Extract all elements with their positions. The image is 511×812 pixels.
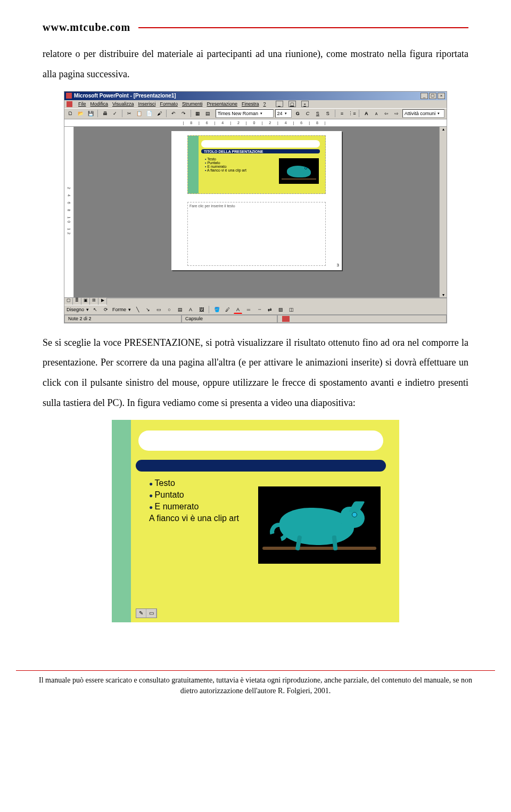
vertical-ruler: 2 4 6 8 10 12 [64,127,74,297]
slide-title: TITOLO DELLA PRESENTAZIONE [204,150,263,153]
horizontal-scrollbar[interactable] [107,298,447,305]
subtitle-bar [136,460,386,472]
paragraph-2: Se si sceglie la voce PRESENTAZIONE, si … [43,333,468,413]
font-combo[interactable]: Times New Roman [216,109,274,118]
close-button[interactable]: × [438,93,445,99]
doc-minimize[interactable]: _ [276,101,283,107]
menu-tools[interactable]: Strumenti [182,101,203,107]
slide-content-list: Testo Puntato E numerato A fianco vi è u… [149,478,239,525]
format-painter-icon[interactable]: 🖌 [155,109,164,118]
status-layout: Capsule [182,315,277,323]
dash-style-icon[interactable]: ┄ [255,305,263,314]
powerpoint-window: Microsoft PowerPoint - [Presentazione1] … [64,91,447,323]
menu-icon[interactable]: ▭ [146,609,156,618]
bullets-icon[interactable]: ⋮≡ [348,109,356,118]
outline-view-icon[interactable]: ≣ [73,298,81,305]
menu-file[interactable]: File [78,101,86,107]
slide-bullets: Testo Puntato E numerato A fianco vi è u… [205,157,246,172]
bullet-2: Puntato [149,490,239,500]
slide-view-icon[interactable]: ▣ [81,298,90,305]
font-color-icon[interactable]: A [234,305,242,314]
autoshapes-menu[interactable]: Forme [112,307,126,312]
3d-icon[interactable]: ◫ [287,305,295,314]
menu-slideshow[interactable]: Presentazione [207,101,237,107]
fontsize-combo[interactable]: 24 [275,109,292,118]
sorter-view-icon[interactable]: ⊞ [90,298,98,305]
chameleon-image [258,486,381,564]
view-buttons-bar: ▢ ≣ ▣ ⊞ ▶ [64,297,447,305]
menu-view[interactable]: Visualizza [112,101,134,107]
demote-icon[interactable]: ⇨ [392,109,401,118]
chart-icon[interactable]: ▤ [204,109,212,118]
redo-icon[interactable]: ↷ [179,109,188,118]
page-header: www.mtcube.com [43,21,468,34]
cut-icon[interactable]: ✂ [125,109,134,118]
wordart-icon[interactable]: A [186,305,195,314]
open-icon[interactable]: 📂 [77,109,85,118]
new-icon[interactable]: 🗋 [67,109,75,118]
drawing-toolbar: Disegno▾ ↖ ⟳ Forme▾ ╲ ↘ ▭ ○ ▤ A 🖼 🪣 🖊 A … [64,305,447,314]
doc-close[interactable]: × [301,101,309,107]
titlebar: Microsoft PowerPoint - [Presentazione1] … [64,92,447,100]
line-color-icon[interactable]: 🖊 [223,305,232,314]
line-icon[interactable]: ╲ [133,305,142,314]
textbox-icon[interactable]: ▤ [176,305,184,314]
print-icon[interactable]: 🖶 [101,109,109,118]
spell-icon[interactable]: ✓ [111,109,119,118]
draw-menu[interactable]: Disegno [67,307,84,312]
menu-help[interactable]: ? [263,101,266,107]
menu-insert[interactable]: Inserisci [138,101,155,107]
standard-toolbar: 🗋 📂 💾 🖶 ✓ ✂ 📋 📄 🖌 ↶ ↷ ▦ ▤ Times New Roma… [64,109,447,119]
slideshow-popup-toolbar[interactable]: ✎ ▭ [136,608,157,618]
status-note: Note 2 di 2 [64,315,182,323]
slide-pane[interactable]: TITOLO DELLA PRESENTAZIONE Testo Puntato… [74,127,439,297]
pen-icon[interactable]: ✎ [136,609,146,618]
italic-button[interactable]: C [303,109,312,118]
chameleon-clipart [279,158,319,184]
header-rule [138,27,468,28]
minimize-button[interactable]: _ [421,93,428,99]
rotate-icon[interactable]: ⟳ [102,305,110,314]
doc-restore[interactable]: ▢ [289,101,296,107]
bullet-3: E numerato [149,502,239,511]
menu-format[interactable]: Formato [160,101,178,107]
select-icon[interactable]: ↖ [91,305,100,314]
shadow-icon[interactable]: ▨ [276,305,285,314]
common-tasks-combo[interactable]: Attività comuni [402,109,444,118]
normal-view-icon[interactable]: ▢ [64,298,73,305]
statusbar: Note 2 di 2 Capsule [64,314,447,323]
promote-icon[interactable]: ⇦ [382,109,391,118]
copy-icon[interactable]: 📋 [135,109,144,118]
site-url: www.mtcube.com [43,21,130,34]
decrease-font-icon[interactable]: A [372,109,381,118]
bold-button[interactable]: G [293,109,302,118]
underline-button[interactable]: S [314,109,322,118]
fill-color-icon[interactable]: 🪣 [212,305,221,314]
slideshow-view-icon[interactable]: ▶ [98,298,107,305]
arrow-icon[interactable]: ↘ [144,305,152,314]
shadow-button[interactable]: S [324,109,332,118]
notes-page: TITOLO DELLA PRESENTAZIONE Testo Puntato… [171,131,342,270]
increase-font-icon[interactable]: A [362,109,370,118]
menu-window[interactable]: Finestra [242,101,259,107]
align-left-icon[interactable]: ≡ [338,109,347,118]
rectangle-icon[interactable]: ▭ [154,305,163,314]
doc-icon [67,101,72,107]
clipart-icon[interactable]: 🖼 [197,305,205,314]
table-icon[interactable]: ▦ [194,109,202,118]
vertical-scrollbar[interactable] [439,127,447,297]
window-title: Microsoft PowerPoint - [Presentazione1] [74,93,176,99]
extra-line: A fianco vi è una clip art [149,514,239,523]
bullet-1: Testo [149,478,239,488]
save-icon[interactable]: 💾 [87,109,95,118]
title-placeholder [138,431,383,451]
maximize-button[interactable]: ▢ [429,93,436,99]
menu-edit[interactable]: Modifica [90,101,109,107]
oval-icon[interactable]: ○ [165,305,174,314]
notes-placeholder[interactable]: Fare clic per inserire il testo [187,202,326,266]
arrow-style-icon[interactable]: ⇄ [266,305,274,314]
paste-icon[interactable]: 📄 [145,109,154,118]
line-style-icon[interactable]: ═ [244,305,253,314]
undo-icon[interactable]: ↶ [169,109,178,118]
paragraph-1: relatore o per distribuire del materiale… [43,44,468,85]
